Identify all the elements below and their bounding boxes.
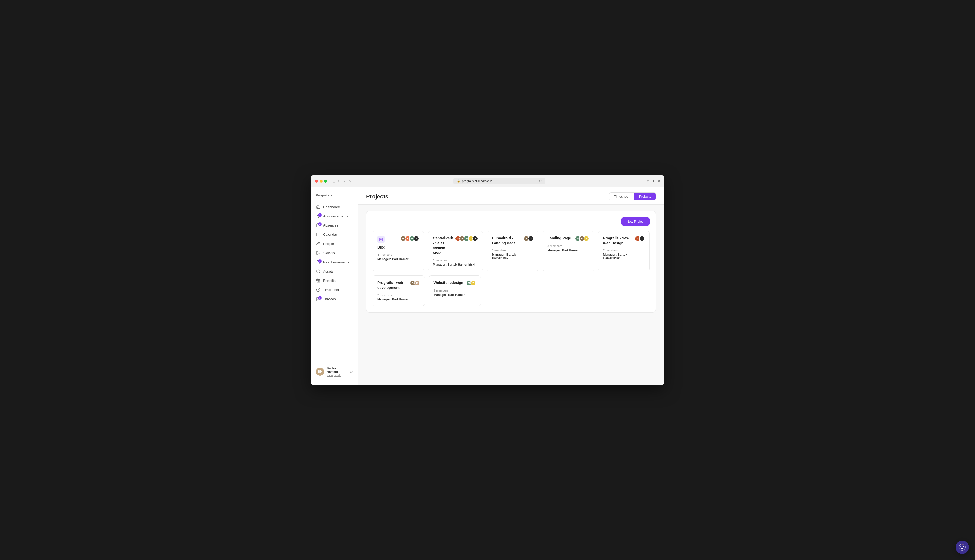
title-bar: ⊞ ▾ ‹ › 🔒 prograils.humadroid.io ↻ ⬆ + ⧉ (311, 175, 664, 187)
project-manager: Manager: Bartek Hamerliński (603, 253, 645, 260)
sidebar-toggle[interactable]: ⊞ ▾ (332, 179, 339, 183)
member-avatar: J (528, 236, 534, 242)
sidebar-item-label: Dashboard (323, 205, 340, 209)
project-icon (377, 236, 384, 243)
page-title: Projects (366, 193, 388, 200)
user-info: Bartek Hamerli View profile (327, 367, 347, 377)
reimbursements-badge: 2 (318, 259, 322, 263)
project-members: 3 members (548, 245, 589, 247)
share-icon[interactable]: ⬆ (646, 179, 649, 183)
house-icon (316, 205, 321, 209)
power-icon[interactable]: ⏻ (349, 370, 352, 373)
sidebar-item-calendar[interactable]: Calendar (311, 230, 358, 239)
project-name: Website redesign (434, 280, 464, 285)
project-name: Blog (377, 245, 385, 250)
project-name: Humadroid - Landing Page (492, 236, 522, 246)
new-tab-icon[interactable]: + (653, 179, 655, 183)
projects-grid-row2: Prograils - web development B K 2 member… (372, 275, 649, 306)
sidebar-item-benefits[interactable]: Benefits (311, 276, 358, 285)
svg-rect-4 (317, 233, 320, 236)
forward-button[interactable]: › (348, 178, 352, 184)
sidebar-item-dashboard[interactable]: Dashboard (311, 202, 358, 212)
humadroid-fab[interactable] (955, 540, 969, 554)
sidebar-item-label: 1-on-1s (323, 251, 335, 255)
project-card-prograils-new-web[interactable]: Prograils - New Web Design A J 2 members… (598, 231, 649, 271)
member-avatars: M T (466, 280, 476, 286)
member-avatar: T (584, 236, 589, 242)
member-avatars: A J (635, 236, 645, 242)
clock-icon (316, 287, 321, 292)
project-card-website-redesign[interactable]: Website redesign M T 2 members Manager: … (429, 275, 481, 306)
project-manager: Manager: Bart Hamer (377, 298, 420, 301)
svg-point-17 (960, 547, 962, 547)
project-members: 5 members (433, 259, 478, 262)
minimize-button[interactable] (319, 180, 322, 183)
sidebar-item-label: Reimbursements (323, 260, 349, 264)
new-project-button[interactable]: New Project (621, 217, 649, 226)
gift-icon (316, 278, 321, 283)
project-card-header: Prograils - New Web Design A J (603, 236, 645, 246)
project-members: 2 members (492, 249, 534, 252)
project-card-header: Landing Page M B T (548, 236, 589, 242)
close-button[interactable] (315, 180, 318, 183)
sidebar-item-absences[interactable]: 4 Absences (311, 221, 358, 230)
tab-projects[interactable]: Projects (634, 193, 656, 200)
sidebar-item-label: Assets (323, 270, 334, 273)
users-icon (316, 242, 321, 246)
member-avatars: A B M T J (455, 236, 478, 242)
project-card-landing-page[interactable]: Landing Page M B T 3 members Manager: Ba… (543, 231, 594, 271)
member-avatars: B K M J (401, 236, 419, 242)
calendar-icon (316, 232, 321, 237)
sidebar-brand[interactable]: Prograils ▾ (311, 192, 358, 202)
lock-icon: 🔒 (457, 179, 460, 183)
projects-container: New Project Blog (358, 205, 664, 318)
svg-point-8 (317, 242, 318, 243)
sidebar-item-label: Calendar (323, 233, 337, 237)
sidebar-item-threads[interactable]: 1 Threads (311, 294, 358, 303)
svg-point-18 (963, 547, 964, 547)
svg-rect-9 (317, 251, 318, 254)
member-avatars: B K (410, 280, 420, 286)
project-card-prograils-web-dev[interactable]: Prograils - web development B K 2 member… (372, 275, 425, 306)
sidebar-item-label: Timesheet (323, 288, 339, 292)
tabs-icon[interactable]: ⧉ (658, 179, 660, 183)
content-header: Projects Timesheet Projects (358, 187, 664, 205)
sidebar-item-label: People (323, 242, 334, 246)
project-card-blog[interactable]: Blog B K M J 4 members Manager: Ba (372, 231, 424, 271)
project-card-header: Blog B K M J (377, 236, 419, 250)
sidebar-item-label: Announcements (323, 214, 348, 218)
member-avatar: K (414, 280, 420, 286)
project-members: 2 members (434, 289, 476, 292)
header-tabs: Timesheet Projects (609, 192, 656, 200)
project-members: 2 members (377, 293, 420, 297)
traffic-lights (315, 180, 327, 183)
project-name: Prograils - New Web Design (603, 236, 633, 246)
sidebar-item-reimbursements[interactable]: 2 Reimbursements (311, 257, 358, 267)
back-button[interactable]: ‹ (342, 178, 347, 184)
user-avatar: BH (316, 368, 324, 376)
sidebar-item-one-on-ones[interactable]: 1-on-1s (311, 248, 358, 257)
view-profile-link[interactable]: View profile (327, 374, 347, 377)
project-card-humadroid[interactable]: Humadroid - Landing Page B J 2 members M… (487, 231, 538, 271)
refresh-icon[interactable]: ↻ (539, 179, 542, 183)
projects-grid-row1: Blog B K M J 4 members Manager: Ba (372, 231, 649, 271)
member-avatar: J (639, 236, 645, 242)
project-name: Prograils - web development (377, 280, 408, 290)
project-card-header: Prograils - web development B K (377, 280, 420, 290)
sidebar-item-announcements[interactable]: 1 Announcements (311, 212, 358, 221)
maximize-button[interactable] (324, 180, 327, 183)
project-card-centralperk[interactable]: CentralPerk - Sales system MVP A B M T J… (428, 231, 483, 271)
sidebar-item-timesheet[interactable]: Timesheet (311, 285, 358, 294)
address-bar[interactable]: 🔒 prograils.humadroid.io ↻ (453, 178, 545, 184)
project-card-header: Website redesign M T (434, 280, 476, 286)
project-manager: Manager: Bart Hamer (434, 293, 476, 297)
threads-badge: 1 (318, 296, 322, 300)
member-avatars: M B T (575, 236, 589, 242)
sidebar-user[interactable]: BH Bartek Hamerli View profile ⏻ (311, 362, 358, 381)
navigation-buttons[interactable]: ‹ › (342, 178, 352, 184)
tab-timesheet[interactable]: Timesheet (609, 193, 634, 200)
user-name: Bartek Hamerli (327, 367, 347, 374)
sidebar-item-assets[interactable]: Assets (311, 267, 358, 276)
member-avatars: B J (524, 236, 534, 242)
sidebar-item-people[interactable]: People (311, 239, 358, 248)
